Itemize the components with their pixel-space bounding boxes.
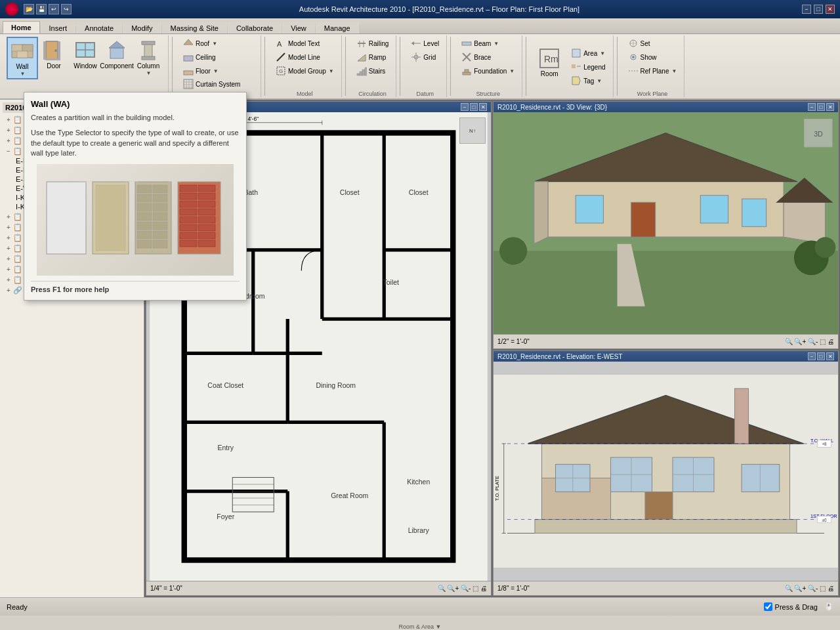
svg-marker-17 (184, 39, 193, 45)
window-controls[interactable]: − □ ✕ (802, 5, 835, 14)
elev-maximize[interactable]: □ (817, 352, 825, 360)
column-dropdown[interactable]: ▼ (146, 70, 152, 76)
svg-text:G: G (279, 68, 283, 74)
3d-view[interactable]: 3D (494, 112, 838, 334)
elevation-tools[interactable]: 🔍 🔍+ 🔍- ⬚ 🖨 (785, 585, 834, 592)
folder-icon-sheets: 📋 (13, 255, 22, 263)
stairs-button[interactable]: Stairs (353, 64, 389, 77)
model-group-label: Model (297, 91, 313, 97)
curtain-system-button[interactable]: Curtain System (180, 77, 243, 91)
set-button[interactable]: Set (625, 37, 654, 50)
wall-dropdown[interactable]: ▼ (20, 71, 26, 77)
column-button[interactable]: Column ▼ (133, 37, 164, 78)
3d-minimize[interactable]: − (808, 103, 816, 111)
room-button[interactable]: Rm Room (534, 45, 565, 80)
svg-rect-2 (22, 45, 33, 51)
folder-icon-groups: 📋 (13, 276, 22, 284)
svg-rect-87 (198, 193, 215, 200)
show-button[interactable]: Show (625, 51, 660, 64)
ramp-button[interactable]: Ramp (353, 51, 390, 64)
model-text-label: Model Text (288, 40, 320, 47)
qa-open[interactable]: 📂 (24, 4, 34, 14)
press-drag-check[interactable] (764, 602, 772, 611)
3d-view-tools[interactable]: 🔍 🔍+ 🔍- ⬚ 🖨 (785, 338, 834, 345)
expand-icon-schedules[interactable]: + (4, 243, 13, 253)
expand-icon-3d[interactable]: + (4, 136, 13, 145)
3d-maximize[interactable]: □ (817, 103, 825, 111)
ref-plane-button[interactable]: Ref Plane▼ (625, 64, 681, 77)
expand-icon-links[interactable]: + (4, 285, 13, 295)
railing-button[interactable]: Railing (353, 37, 392, 50)
foundation-button[interactable]: Foundation▼ (458, 64, 518, 77)
3d-view-controls[interactable]: − □ ✕ (808, 103, 834, 111)
expand-icon-legends[interactable]: + (4, 233, 13, 242)
expand-icon-groups[interactable]: + (4, 275, 13, 284)
floor-plan-footer: 1/4" = 1'-0" 🔍 🔍+ 🔍- ⬚ 🖨 (146, 581, 491, 595)
tooltip-image (37, 164, 234, 276)
ribbon-group-room-area: Rm Room Area▼ Legend (530, 35, 613, 97)
circulation-label: Circulation (358, 91, 387, 97)
elevation-view[interactable]: T.O. PLATE T.O. WALL 1ST FLOOR +8 ±0 (494, 362, 838, 581)
expand-icon-sections[interactable]: + (4, 212, 13, 221)
door-button[interactable]: Door (38, 37, 70, 72)
close-btn[interactable]: ✕ (826, 5, 835, 14)
wall-icon (10, 39, 34, 63)
floor-plan-controls[interactable]: − □ ✕ (461, 103, 487, 111)
tab-annotate[interactable]: Annotate (76, 22, 122, 33)
fp-minimize[interactable]: − (461, 103, 469, 111)
expand-icon-drafting[interactable]: + (4, 222, 13, 232)
svg-rect-75 (137, 213, 152, 220)
fp-close[interactable]: ✕ (479, 103, 487, 111)
roof-button[interactable]: Roof▼ (180, 37, 220, 50)
expand-icon-families[interactable]: + (4, 264, 13, 274)
ramp-icon (356, 52, 367, 62)
brace-button[interactable]: Brace (458, 51, 494, 64)
3d-close[interactable]: ✕ (826, 103, 834, 111)
tab-home[interactable]: Home (3, 21, 40, 33)
expand-icon-ceiling[interactable]: + (4, 125, 13, 135)
area-button[interactable]: Area▼ (568, 47, 608, 60)
floor-plan-tools[interactable]: 🔍 🔍+ 🔍- ⬚ 🖨 (438, 585, 487, 592)
tab-massing[interactable]: Massing & Site (162, 22, 227, 33)
minimize-btn[interactable]: − (802, 5, 811, 14)
window-button[interactable]: Window (70, 37, 101, 72)
elevation-controls[interactable]: − □ ✕ (808, 352, 834, 360)
floor-button[interactable]: Floor▼ (180, 64, 222, 77)
grid-button[interactable]: Grid (408, 51, 439, 64)
qa-redo[interactable]: ↪ (61, 4, 72, 14)
component-button[interactable]: Component (101, 37, 133, 72)
maximize-btn[interactable]: □ (814, 5, 823, 14)
stairs-label: Stairs (369, 68, 386, 75)
expand-icon[interactable]: + (4, 115, 13, 124)
tab-collaborate[interactable]: Collaborate (228, 22, 282, 33)
qa-save[interactable]: 💾 (36, 4, 47, 14)
svg-rect-19 (184, 71, 193, 75)
level-button[interactable]: Level (408, 37, 442, 50)
tab-view[interactable]: View (282, 22, 315, 33)
elev-close[interactable]: ✕ (826, 352, 834, 360)
folder-icon-sections: 📋 (13, 213, 22, 221)
expand-icon-elev[interactable]: − (4, 146, 13, 156)
model-line-button[interactable]: Model Line (272, 51, 324, 64)
sep7 (617, 37, 618, 96)
svg-rect-56 (572, 64, 576, 68)
ceiling-button[interactable]: Ceiling (180, 51, 219, 64)
brace-label: Brace (474, 54, 491, 61)
wall-button[interactable]: Wall ▼ (7, 37, 38, 79)
tab-manage[interactable]: Manage (316, 22, 359, 33)
qa-undo[interactable]: ↩ (49, 4, 59, 14)
model-group-button[interactable]: G Model Group▼ (272, 64, 337, 77)
legend-button[interactable]: Legend (568, 60, 608, 74)
fp-maximize[interactable]: □ (470, 103, 478, 111)
tab-modify[interactable]: Modify (123, 22, 161, 33)
expand-icon-sheets[interactable]: + (4, 254, 13, 263)
model-text-button[interactable]: A Model Text (272, 37, 323, 50)
show-label: Show (640, 54, 657, 61)
tab-insert[interactable]: Insert (41, 22, 76, 33)
press-drag-checkbox[interactable]: Press & Drag (764, 602, 818, 611)
ribbon-group-structure: Beam▼ Brace Foundation▼ (454, 35, 522, 97)
elev-minimize[interactable]: − (808, 352, 816, 360)
beam-button[interactable]: Beam▼ (458, 37, 502, 50)
folder-icon-schedules: 📋 (13, 244, 22, 253)
tag-button[interactable]: Tag▼ (568, 74, 608, 87)
